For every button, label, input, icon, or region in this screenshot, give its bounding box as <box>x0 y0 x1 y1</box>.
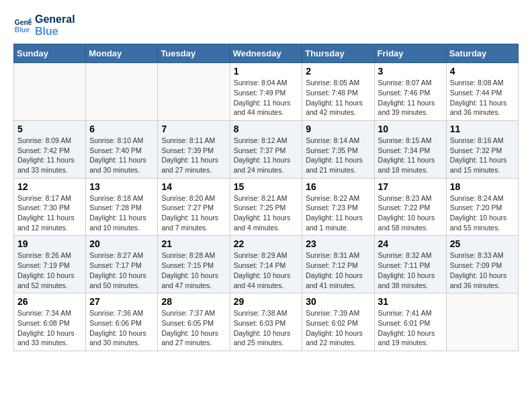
day-number: 28 <box>161 296 226 307</box>
svg-text:Blue: Blue <box>15 26 30 34</box>
day-number: 6 <box>89 124 154 134</box>
day-number: 18 <box>450 181 515 192</box>
day-content: Sunrise: 7:37 AMSunset: 6:05 PMDaylight:… <box>161 308 226 348</box>
day-number: 23 <box>306 238 370 249</box>
calendar-cell: 11Sunrise: 8:16 AMSunset: 7:32 PMDayligh… <box>446 120 518 178</box>
day-content: Sunrise: 8:33 AMSunset: 7:09 PMDaylight:… <box>450 250 515 290</box>
calendar-cell: 10Sunrise: 8:15 AMSunset: 7:34 PMDayligh… <box>374 120 446 178</box>
day-number: 5 <box>17 124 82 134</box>
calendar-cell: 18Sunrise: 8:24 AMSunset: 7:20 PMDayligh… <box>446 178 518 236</box>
day-number: 2 <box>306 66 370 77</box>
weekday-header-row: SundayMondayTuesdayWednesdayThursdayFrid… <box>14 44 519 63</box>
calendar-cell: 20Sunrise: 8:27 AMSunset: 7:17 PMDayligh… <box>86 236 158 293</box>
day-content: Sunrise: 7:41 AMSunset: 6:01 PMDaylight:… <box>378 308 443 348</box>
day-content: Sunrise: 8:20 AMSunset: 7:27 PMDaylight:… <box>161 193 226 233</box>
weekday-saturday: Saturday <box>446 44 518 63</box>
day-content: Sunrise: 8:21 AMSunset: 7:25 PMDaylight:… <box>234 193 299 233</box>
calendar-cell: 15Sunrise: 8:21 AMSunset: 7:25 PMDayligh… <box>230 178 302 236</box>
header: General Blue General Blue <box>13 13 519 37</box>
calendar-cell <box>158 63 230 121</box>
day-content: Sunrise: 8:11 AMSunset: 7:39 PMDaylight:… <box>161 136 226 175</box>
day-content: Sunrise: 8:05 AMSunset: 7:48 PMDaylight:… <box>306 78 370 118</box>
day-content: Sunrise: 8:15 AMSunset: 7:34 PMDaylight:… <box>378 136 443 175</box>
calendar-cell: 1Sunrise: 8:04 AMSunset: 7:49 PMDaylight… <box>230 63 302 121</box>
day-number: 24 <box>378 238 443 249</box>
calendar-cell: 24Sunrise: 8:32 AMSunset: 7:11 PMDayligh… <box>374 236 446 293</box>
day-number: 8 <box>234 124 299 134</box>
calendar-cell <box>86 63 158 121</box>
calendar-cell: 29Sunrise: 7:38 AMSunset: 6:03 PMDayligh… <box>230 293 302 351</box>
day-number: 25 <box>450 238 515 249</box>
calendar-cell: 17Sunrise: 8:23 AMSunset: 7:22 PMDayligh… <box>374 178 446 236</box>
day-number: 1 <box>234 66 299 77</box>
day-content: Sunrise: 8:17 AMSunset: 7:30 PMDaylight:… <box>17 193 82 233</box>
day-number: 3 <box>378 66 443 77</box>
day-content: Sunrise: 8:28 AMSunset: 7:15 PMDaylight:… <box>161 250 226 290</box>
day-number: 15 <box>234 181 299 192</box>
calendar-cell: 21Sunrise: 8:28 AMSunset: 7:15 PMDayligh… <box>158 236 230 293</box>
calendar-cell <box>14 63 86 121</box>
day-content: Sunrise: 8:22 AMSunset: 7:23 PMDaylight:… <box>306 193 370 233</box>
day-content: Sunrise: 8:09 AMSunset: 7:42 PMDaylight:… <box>17 136 82 175</box>
day-number: 27 <box>89 296 154 307</box>
calendar-cell: 23Sunrise: 8:31 AMSunset: 7:12 PMDayligh… <box>302 236 374 293</box>
calendar-cell: 2Sunrise: 8:05 AMSunset: 7:48 PMDaylight… <box>302 63 374 121</box>
weekday-wednesday: Wednesday <box>230 44 302 63</box>
weekday-monday: Monday <box>86 44 158 63</box>
day-number: 31 <box>378 296 443 307</box>
calendar-cell: 8Sunrise: 8:12 AMSunset: 7:37 PMDaylight… <box>230 120 302 178</box>
day-content: Sunrise: 8:29 AMSunset: 7:14 PMDaylight:… <box>234 250 299 290</box>
day-content: Sunrise: 8:12 AMSunset: 7:37 PMDaylight:… <box>234 136 299 175</box>
calendar-week-3: 12Sunrise: 8:17 AMSunset: 7:30 PMDayligh… <box>14 178 519 236</box>
calendar-cell: 7Sunrise: 8:11 AMSunset: 7:39 PMDaylight… <box>158 120 230 178</box>
calendar-cell: 22Sunrise: 8:29 AMSunset: 7:14 PMDayligh… <box>230 236 302 293</box>
calendar-cell: 5Sunrise: 8:09 AMSunset: 7:42 PMDaylight… <box>14 120 86 178</box>
day-content: Sunrise: 8:14 AMSunset: 7:35 PMDaylight:… <box>306 136 370 175</box>
day-number: 16 <box>306 181 370 192</box>
day-content: Sunrise: 7:39 AMSunset: 6:02 PMDaylight:… <box>306 308 370 348</box>
day-number: 19 <box>17 238 82 249</box>
calendar-week-4: 19Sunrise: 8:26 AMSunset: 7:19 PMDayligh… <box>14 236 519 293</box>
logo-icon: General Blue <box>13 16 32 35</box>
calendar-cell <box>446 293 518 351</box>
calendar-cell: 9Sunrise: 8:14 AMSunset: 7:35 PMDaylight… <box>302 120 374 178</box>
calendar-cell: 25Sunrise: 8:33 AMSunset: 7:09 PMDayligh… <box>446 236 518 293</box>
day-number: 7 <box>161 124 226 134</box>
calendar-cell: 13Sunrise: 8:18 AMSunset: 7:28 PMDayligh… <box>86 178 158 236</box>
calendar-cell: 27Sunrise: 7:36 AMSunset: 6:06 PMDayligh… <box>86 293 158 351</box>
day-number: 14 <box>161 181 226 192</box>
day-content: Sunrise: 8:04 AMSunset: 7:49 PMDaylight:… <box>234 78 299 118</box>
day-number: 26 <box>17 296 82 307</box>
calendar-cell: 31Sunrise: 7:41 AMSunset: 6:01 PMDayligh… <box>374 293 446 351</box>
calendar-week-1: 1Sunrise: 8:04 AMSunset: 7:49 PMDaylight… <box>14 63 519 121</box>
page: General Blue General Blue SundayMondayTu… <box>0 0 532 358</box>
calendar-week-2: 5Sunrise: 8:09 AMSunset: 7:42 PMDaylight… <box>14 120 519 178</box>
calendar-cell: 12Sunrise: 8:17 AMSunset: 7:30 PMDayligh… <box>14 178 86 236</box>
day-content: Sunrise: 8:32 AMSunset: 7:11 PMDaylight:… <box>378 250 443 290</box>
weekday-tuesday: Tuesday <box>158 44 230 63</box>
day-content: Sunrise: 8:23 AMSunset: 7:22 PMDaylight:… <box>378 193 443 233</box>
day-content: Sunrise: 8:08 AMSunset: 7:44 PMDaylight:… <box>450 78 515 118</box>
calendar-week-5: 26Sunrise: 7:34 AMSunset: 6:08 PMDayligh… <box>14 293 519 351</box>
day-number: 30 <box>306 296 370 307</box>
day-number: 13 <box>89 181 154 192</box>
day-number: 21 <box>161 238 226 249</box>
day-number: 22 <box>234 238 299 249</box>
day-content: Sunrise: 8:31 AMSunset: 7:12 PMDaylight:… <box>306 250 370 290</box>
day-number: 4 <box>450 66 515 77</box>
day-number: 12 <box>17 181 82 192</box>
day-content: Sunrise: 8:07 AMSunset: 7:46 PMDaylight:… <box>378 78 443 118</box>
weekday-thursday: Thursday <box>302 44 374 63</box>
calendar-cell: 30Sunrise: 7:39 AMSunset: 6:02 PMDayligh… <box>302 293 374 351</box>
day-number: 20 <box>89 238 154 249</box>
calendar-cell: 28Sunrise: 7:37 AMSunset: 6:05 PMDayligh… <box>158 293 230 351</box>
day-number: 10 <box>378 124 443 134</box>
day-number: 11 <box>450 124 515 134</box>
day-number: 29 <box>234 296 299 307</box>
day-content: Sunrise: 8:24 AMSunset: 7:20 PMDaylight:… <box>450 193 515 233</box>
day-number: 9 <box>306 124 370 134</box>
weekday-friday: Friday <box>374 44 446 63</box>
calendar-cell: 26Sunrise: 7:34 AMSunset: 6:08 PMDayligh… <box>14 293 86 351</box>
calendar-cell: 3Sunrise: 8:07 AMSunset: 7:46 PMDaylight… <box>374 63 446 121</box>
calendar-table: SundayMondayTuesdayWednesdayThursdayFrid… <box>13 44 519 351</box>
